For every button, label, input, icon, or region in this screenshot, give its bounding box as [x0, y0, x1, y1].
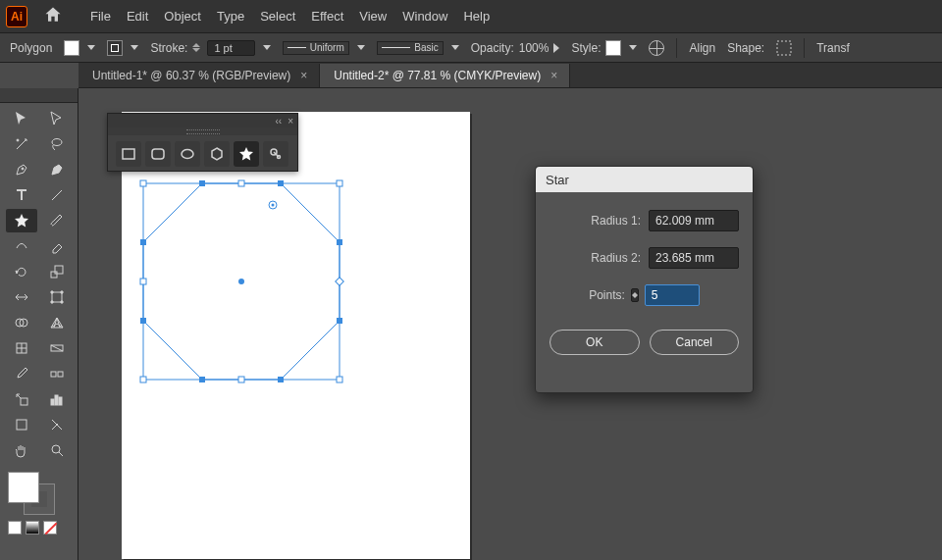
scale-tool[interactable]	[41, 260, 73, 283]
fill-swatch[interactable]	[64, 40, 95, 56]
active-tool-label: Polygon	[10, 41, 52, 55]
symbol-sprayer-tool[interactable]	[6, 387, 37, 411]
menu-object[interactable]: Object	[164, 9, 201, 24]
home-icon[interactable]	[43, 5, 63, 27]
menu-effect[interactable]: Effect	[311, 9, 343, 24]
rectangle-tool-icon[interactable]	[116, 141, 141, 167]
collapse-icon[interactable]: ‹‹	[275, 116, 282, 127]
svg-point-7	[51, 291, 53, 293]
perspective-grid-tool[interactable]	[41, 311, 73, 334]
color-mode-icon[interactable]	[8, 521, 22, 535]
direct-selection-tool[interactable]	[41, 107, 73, 130]
graphic-style-swatch[interactable]	[605, 40, 621, 56]
zoom-tool[interactable]	[41, 438, 73, 462]
panel-grip[interactable]	[108, 127, 297, 135]
stroke-spinner[interactable]	[192, 43, 200, 52]
svg-rect-4	[51, 272, 57, 278]
shape-mode-icon[interactable]	[776, 40, 792, 56]
points-spinner[interactable]	[631, 288, 639, 302]
blend-tool[interactable]	[41, 362, 73, 385]
eraser-tool[interactable]	[41, 234, 73, 258]
svg-rect-35	[238, 377, 244, 382]
rounded-rectangle-tool-icon[interactable]	[145, 141, 171, 167]
gradient-tool[interactable]	[41, 336, 73, 360]
options-bar: Polygon Stroke: 1 pt Uniform Basic Opaci…	[0, 33, 942, 63]
type-tool[interactable]	[6, 183, 37, 207]
radius2-input[interactable]: 23.685 mm	[649, 247, 739, 269]
menu-window[interactable]: Window	[402, 9, 447, 24]
width-tool[interactable]	[6, 285, 37, 309]
shape-mode-label: Shape:	[727, 41, 764, 55]
close-icon[interactable]: ×	[300, 69, 307, 82]
stroke-profile-dropdown[interactable]: Uniform	[283, 41, 365, 55]
svg-rect-42	[199, 377, 205, 382]
fill-color-icon[interactable]	[8, 472, 39, 503]
line-tool[interactable]	[41, 183, 73, 207]
radius2-label: Radius 2:	[591, 251, 641, 265]
cancel-button[interactable]: Cancel	[650, 330, 740, 355]
svg-rect-18	[51, 399, 54, 405]
menu-type[interactable]: Type	[217, 9, 244, 24]
menu-edit[interactable]: Edit	[127, 9, 148, 24]
document-tab[interactable]: Untitled-2* @ 77.81 % (CMYK/Preview) ×	[320, 64, 570, 87]
paintbrush-tool[interactable]	[41, 209, 73, 232]
menu-view[interactable]: View	[359, 9, 387, 24]
document-tab[interactable]: Untitled-1* @ 60.37 % (RGB/Preview) ×	[78, 64, 320, 87]
ellipse-tool-icon[interactable]	[175, 141, 200, 167]
polygon-tool-icon[interactable]	[204, 141, 230, 167]
svg-point-1	[17, 139, 19, 141]
hand-tool[interactable]	[6, 438, 37, 462]
svg-point-8	[61, 291, 63, 293]
svg-rect-15	[51, 372, 56, 377]
radius1-input[interactable]: 62.009 mm	[649, 210, 739, 231]
flare-tool-icon[interactable]	[263, 141, 288, 167]
stroke-weight-input[interactable]: 1 pt	[207, 40, 254, 56]
slice-tool[interactable]	[41, 413, 73, 436]
menu-file[interactable]: File	[90, 9, 111, 24]
gradient-mode-icon[interactable]	[26, 521, 39, 535]
svg-rect-31	[337, 180, 342, 186]
svg-rect-37	[199, 180, 205, 186]
selection-tool[interactable]	[6, 107, 37, 130]
brush-definition-dropdown[interactable]: Basic	[377, 41, 459, 55]
menu-help[interactable]: Help	[463, 9, 490, 24]
star-tool[interactable]	[6, 209, 37, 232]
svg-point-9	[51, 301, 53, 303]
points-label: Points:	[589, 288, 625, 302]
close-icon[interactable]: ×	[288, 116, 293, 127]
doc-setup-icon[interactable]	[649, 40, 664, 56]
column-graph-tool[interactable]	[41, 387, 73, 411]
svg-point-45	[238, 279, 244, 284]
shaper-tool[interactable]	[6, 234, 37, 258]
none-mode-icon[interactable]	[43, 521, 57, 535]
eyedropper-tool[interactable]	[6, 362, 37, 385]
transform-label[interactable]: Transf	[816, 41, 850, 55]
tab-label: Untitled-1* @ 60.37 % (RGB/Preview)	[92, 69, 290, 82]
svg-point-25	[182, 150, 193, 159]
lasso-tool[interactable]	[41, 132, 73, 156]
pen-tool[interactable]	[6, 158, 37, 181]
stroke-swatch[interactable]	[107, 40, 138, 56]
svg-rect-23	[123, 149, 134, 159]
menu-select[interactable]: Select	[260, 9, 295, 24]
ok-button[interactable]: OK	[550, 330, 640, 355]
app-logo: Ai	[6, 6, 27, 27]
opacity-expand-icon[interactable]	[553, 43, 559, 53]
close-icon[interactable]: ×	[550, 69, 557, 82]
fill-stroke-indicator[interactable]	[8, 472, 55, 515]
curvature-tool[interactable]	[41, 158, 73, 181]
star-tool-icon[interactable]	[234, 141, 259, 167]
shape-builder-tool[interactable]	[6, 311, 37, 334]
rotate-tool[interactable]	[6, 260, 37, 283]
points-input[interactable]: 5	[645, 284, 700, 306]
dialog-titlebar[interactable]: Star	[536, 167, 753, 192]
svg-rect-39	[337, 239, 342, 245]
magic-wand-tool[interactable]	[6, 132, 37, 156]
mesh-tool[interactable]	[6, 336, 37, 360]
align-label[interactable]: Align	[689, 41, 715, 55]
free-transform-tool[interactable]	[41, 285, 73, 309]
artboard-tool[interactable]	[6, 413, 37, 436]
svg-point-10	[61, 301, 63, 303]
opacity-value[interactable]: 100%	[519, 41, 550, 55]
svg-rect-16	[58, 372, 63, 377]
